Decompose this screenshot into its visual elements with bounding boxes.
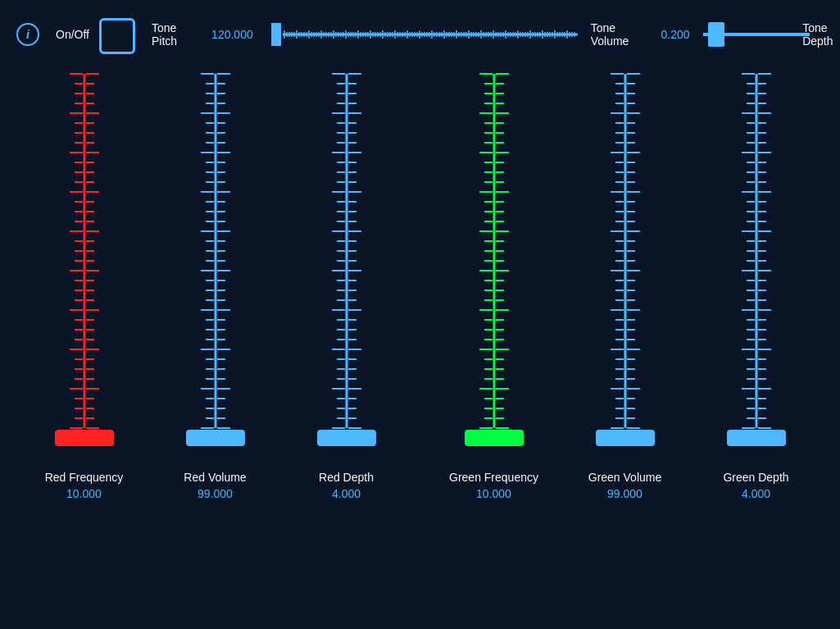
controls-area: Red Frequency 10.000 Red Volume 99.000 R…: [0, 62, 840, 500]
red-frequency-gauge[interactable]: [43, 71, 125, 464]
green-frequency-label: Green Frequency: [449, 471, 538, 484]
top-bar: i On/Off Tone Pitch 120.000 Tone Volume …: [0, 0, 840, 62]
green-depth-value: 4.000: [742, 487, 770, 500]
tone-volume-value: 0.200: [661, 28, 689, 41]
red-volume-gauge[interactable]: [175, 71, 257, 464]
green-frequency-gauge[interactable]: [453, 71, 535, 464]
red-depth-col: Red Depth 4.000: [281, 71, 412, 500]
green-depth-col: Green Depth 4.000: [691, 71, 822, 500]
green-depth-label: Green Depth: [723, 471, 788, 484]
header-controls: Tone Pitch 120.000 Tone Volume 0.200 Ton…: [152, 21, 840, 48]
green-volume-col: Green Volume 99.000: [560, 71, 691, 500]
red-volume-label: Red Volume: [184, 471, 246, 484]
tone-pitch-slider[interactable]: [266, 21, 578, 48]
on-off-section: On/Off: [56, 15, 135, 54]
red-volume-value: 99.000: [198, 487, 233, 500]
red-depth-gauge[interactable]: [306, 71, 388, 464]
red-frequency-label: Red Frequency: [45, 471, 124, 484]
red-frequency-value: 10.000: [66, 487, 102, 500]
red-volume-col: Red Volume 99.000: [150, 71, 281, 500]
red-frequency-col: Red Frequency 10.000: [19, 71, 150, 500]
red-depth-value: 4.000: [332, 487, 361, 500]
green-frequency-value: 10.000: [476, 487, 511, 500]
tone-volume-label: Tone Volume: [591, 21, 645, 48]
green-volume-label: Green Volume: [588, 471, 662, 484]
on-off-label: On/Off: [56, 28, 89, 41]
red-depth-label: Red Depth: [319, 471, 374, 484]
tone-pitch-value: 120.000: [211, 28, 253, 41]
tone-pitch-label: Tone Pitch: [152, 21, 195, 48]
green-volume-value: 99.000: [607, 487, 642, 500]
tone-volume-slider[interactable]: [703, 22, 790, 47]
info-icon[interactable]: i: [16, 23, 39, 46]
green-depth-gauge[interactable]: [715, 71, 797, 464]
green-frequency-col: Green Frequency 10.000: [429, 71, 560, 500]
green-volume-gauge[interactable]: [584, 71, 666, 464]
on-off-toggle[interactable]: [99, 18, 135, 54]
